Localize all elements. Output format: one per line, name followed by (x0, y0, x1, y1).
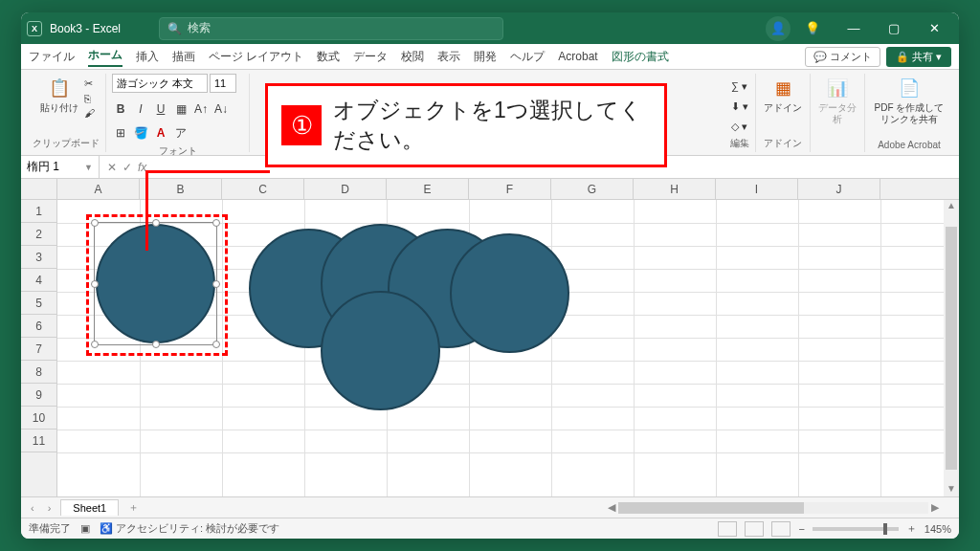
search-box[interactable]: 🔍 検索 (159, 17, 503, 40)
macro-icon[interactable]: ▣ (80, 522, 90, 535)
col-header[interactable]: B (140, 179, 222, 199)
row-header[interactable]: 5 (21, 292, 56, 315)
scroll-thumb[interactable] (618, 502, 804, 514)
data-analysis-button[interactable]: 📊 データ分析 (816, 74, 858, 125)
name-box[interactable]: 楕円 1▼ (21, 156, 100, 178)
row-header[interactable]: 8 (21, 361, 56, 384)
group-clipboard: 📋 貼り付け ✂ ⎘ 🖌 クリップボード (27, 74, 106, 152)
sheet-next-icon[interactable]: › (44, 502, 56, 514)
cell-area[interactable]: ▲ ▼ (57, 200, 959, 496)
col-header[interactable]: E (387, 179, 469, 199)
oval-shape[interactable] (321, 291, 440, 410)
col-header[interactable]: H (634, 179, 716, 199)
accessibility-status[interactable]: ♿ アクセシビリティ: 検討が必要です (100, 521, 279, 536)
tab-view[interactable]: 表示 (437, 49, 460, 65)
col-header[interactable]: G (551, 179, 634, 199)
normal-view-button[interactable] (718, 521, 737, 537)
font-size-input[interactable] (210, 74, 236, 93)
page-break-view-button[interactable] (771, 521, 791, 537)
tab-data[interactable]: データ (353, 49, 388, 65)
excel-icon: X (27, 21, 42, 36)
tab-layout[interactable]: ページ レイアウト (209, 49, 303, 65)
zoom-level[interactable]: 145% (924, 523, 951, 535)
tab-insert[interactable]: 挿入 (136, 49, 159, 65)
scroll-left-icon[interactable]: ◀ (605, 501, 618, 514)
lightbulb-icon[interactable]: 💡 (800, 16, 825, 41)
phonetic-icon[interactable]: ア (172, 124, 189, 142)
col-header[interactable]: F (469, 179, 551, 199)
cancel-formula-icon[interactable]: ✕ (107, 161, 117, 174)
col-header[interactable]: D (304, 179, 387, 199)
cut-icon[interactable]: ✂ (84, 77, 95, 90)
border-dropdown[interactable]: ⊞ (112, 124, 129, 142)
zoom-slider[interactable] (813, 527, 899, 531)
zoom-out-button[interactable]: − (798, 523, 804, 535)
select-all-corner[interactable] (21, 179, 57, 199)
sort-filter-button[interactable]: ∑ ▾ (731, 77, 747, 95)
close-button[interactable]: ✕ (915, 14, 953, 43)
group-analysis: 📊 データ分析 (811, 74, 865, 152)
row-header[interactable]: 3 (21, 246, 56, 269)
bold-button[interactable]: B (112, 100, 129, 118)
paste-button[interactable]: 📋 貼り付け (38, 74, 80, 114)
row-header[interactable]: 4 (21, 269, 56, 292)
account-icon[interactable]: 👤 (766, 16, 791, 41)
underline-button[interactable]: U (152, 100, 169, 118)
vertical-scrollbar[interactable]: ▲ ▼ (944, 200, 959, 496)
comments-button[interactable]: 💬 コメント (805, 47, 880, 67)
tab-acrobat[interactable]: Acrobat (558, 50, 597, 63)
row-header[interactable]: 6 (21, 315, 56, 338)
group-font: B I U ▦ A↑ A↓ ⊞ 🪣 A ア フォント (106, 74, 250, 152)
col-header[interactable]: A (57, 179, 140, 199)
tab-file[interactable]: ファイル (29, 49, 75, 65)
row-header[interactable]: 7 (21, 338, 56, 361)
tab-draw[interactable]: 描画 (172, 49, 195, 65)
oval-shape[interactable] (450, 233, 569, 353)
fill-color-button[interactable]: 🪣 (132, 124, 149, 142)
tab-home[interactable]: ホーム (88, 47, 122, 67)
col-header[interactable]: C (222, 179, 304, 199)
new-sheet-button[interactable]: ＋ (124, 500, 143, 515)
row-header[interactable]: 2 (21, 223, 56, 246)
tab-shape-format[interactable]: 図形の書式 (612, 49, 669, 65)
border-button[interactable]: ▦ (172, 100, 189, 118)
share-button[interactable]: 🔒 共有 ▾ (886, 47, 951, 67)
sheet-tab[interactable]: Sheet1 (60, 499, 119, 516)
format-painter-icon[interactable]: 🖌 (84, 107, 95, 119)
italic-button[interactable]: I (132, 100, 149, 118)
worksheet: A B C D E F G H I J 1 2 3 4 5 6 7 8 9 10 (21, 179, 959, 496)
row-headers: 1 2 3 4 5 6 7 8 9 10 11 (21, 200, 57, 496)
row-header[interactable]: 10 (21, 407, 56, 430)
zoom-in-button[interactable]: ＋ (906, 521, 917, 536)
page-layout-view-button[interactable] (745, 521, 764, 537)
col-header[interactable]: J (798, 179, 880, 199)
row-header[interactable]: 1 (21, 200, 56, 223)
fill-button[interactable]: ⬇ ▾ (731, 98, 748, 115)
scroll-up-icon[interactable]: ▲ (947, 200, 956, 213)
pdf-icon: 📄 (898, 77, 921, 100)
copy-icon[interactable]: ⎘ (84, 93, 95, 104)
horizontal-scrollbar[interactable]: ◀ ▶ (605, 501, 959, 515)
scroll-thumb[interactable] (946, 227, 957, 470)
scroll-right-icon[interactable]: ▶ (928, 501, 942, 514)
col-header[interactable]: I (716, 179, 798, 199)
minimize-button[interactable]: ― (835, 14, 873, 43)
maximize-button[interactable]: ▢ (875, 14, 913, 43)
pdf-share-button[interactable]: 📄 PDF を作成してリンクを共有 (871, 74, 947, 125)
row-header[interactable]: 11 (21, 430, 56, 452)
font-color-button[interactable]: A (152, 124, 169, 142)
row-header[interactable]: 9 (21, 384, 56, 407)
decrease-font-icon[interactable]: A↓ (212, 100, 230, 118)
clear-button[interactable]: ◇ ▾ (731, 118, 747, 135)
sheet-prev-icon[interactable]: ‹ (27, 502, 38, 514)
scroll-down-icon[interactable]: ▼ (947, 483, 956, 496)
enter-formula-icon[interactable]: ✓ (122, 161, 132, 174)
tab-formulas[interactable]: 数式 (317, 49, 340, 65)
tab-dev[interactable]: 開発 (474, 49, 497, 65)
paste-icon: 📋 (48, 77, 71, 100)
addins-button[interactable]: ▦ アドイン (762, 74, 804, 114)
tab-help[interactable]: ヘルプ (510, 49, 545, 65)
tab-review[interactable]: 校閲 (401, 49, 424, 65)
increase-font-icon[interactable]: A↑ (192, 100, 210, 118)
font-name-input[interactable] (112, 74, 208, 93)
